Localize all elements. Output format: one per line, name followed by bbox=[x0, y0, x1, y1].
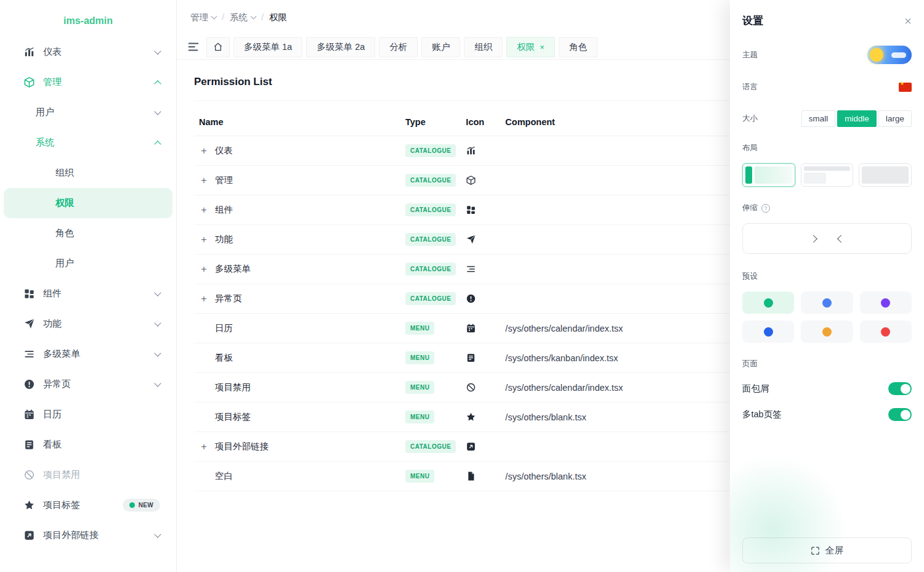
multitab-toggle[interactable] bbox=[888, 408, 912, 421]
breadcrumb-separator: / bbox=[261, 12, 264, 22]
chevron-down-icon bbox=[154, 108, 161, 115]
sidebar-item-project-tag[interactable]: 项目标签 NEW bbox=[4, 490, 172, 520]
sidebar-item-label: 日历 bbox=[43, 409, 62, 420]
preset-blue-button[interactable] bbox=[801, 292, 853, 314]
tab-organization[interactable]: 组织 bbox=[464, 37, 503, 57]
badge-dot-icon bbox=[129, 502, 135, 508]
tab-multilevel-menu-1a[interactable]: 多级菜单 1a bbox=[233, 37, 302, 57]
tab-label: 多级菜单 1a bbox=[244, 41, 292, 53]
star-icon bbox=[23, 499, 35, 511]
stretch-label-text: 伸缩 bbox=[742, 203, 758, 213]
sidebar-item-project-external-link[interactable]: 项目外部链接 bbox=[4, 520, 172, 550]
settings-drawer: 设置 × 主题 语言 大小 small middle large 布局 bbox=[730, 0, 924, 572]
expand-icon[interactable]: + bbox=[199, 235, 209, 245]
sidebar-item-error-page[interactable]: 异常页 bbox=[4, 369, 172, 399]
color-dot bbox=[881, 298, 890, 308]
chevron-down-icon bbox=[154, 289, 161, 296]
stretch-row: 伸缩 ? bbox=[742, 203, 912, 213]
size-small-button[interactable]: small bbox=[801, 110, 836, 127]
tabs-menu-icon[interactable] bbox=[187, 40, 200, 54]
badge-label: NEW bbox=[139, 502, 153, 509]
tab-analysis[interactable]: 分析 bbox=[379, 37, 418, 57]
column-header-type: Type bbox=[400, 104, 461, 136]
type-badge: MENU bbox=[405, 322, 434, 335]
layout-mini-option[interactable] bbox=[859, 163, 912, 187]
expand-icon[interactable]: + bbox=[199, 442, 209, 452]
box-icon bbox=[466, 175, 476, 186]
sidebar-item-permission[interactable]: 权限 bbox=[4, 188, 172, 218]
size-large-button[interactable]: large bbox=[878, 110, 912, 127]
send-icon bbox=[466, 234, 476, 245]
warning-icon bbox=[23, 378, 35, 390]
sidebar-item-label: 项目禁用 bbox=[43, 469, 80, 481]
sidebar-item-calendar[interactable]: 日历 bbox=[4, 399, 172, 430]
star-icon bbox=[466, 412, 476, 422]
breadcrumb-toggle[interactable] bbox=[888, 382, 912, 395]
type-badge: CATALOGUE bbox=[405, 144, 456, 157]
size-segmented-control: small middle large bbox=[801, 110, 912, 127]
sidebar-item-project-disabled[interactable]: 项目禁用 bbox=[4, 460, 172, 490]
sidebar-item-role[interactable]: 角色 bbox=[4, 218, 172, 248]
close-icon[interactable]: × bbox=[540, 43, 545, 51]
layout-body-shape bbox=[804, 173, 826, 184]
tab-label: 账户 bbox=[432, 41, 450, 53]
size-middle-button[interactable]: middle bbox=[837, 110, 877, 127]
theme-toggle[interactable] bbox=[867, 46, 912, 64]
breadcrumb-label: 权限 bbox=[269, 12, 287, 23]
chevron-down-icon bbox=[154, 349, 161, 356]
breadcrumb-setting-row: 面包屑 bbox=[742, 382, 912, 395]
chevron-down-icon bbox=[154, 319, 161, 326]
layout-horizontal-option[interactable] bbox=[801, 163, 854, 187]
type-badge: MENU bbox=[405, 351, 434, 364]
expand-icon[interactable]: + bbox=[199, 264, 209, 274]
sidebar-item-management[interactable]: 管理 bbox=[4, 67, 172, 97]
size-label: 大小 bbox=[742, 113, 758, 124]
row-name: 项目禁用 bbox=[215, 382, 251, 393]
sidebar-item-users-group[interactable]: 用户 bbox=[4, 97, 172, 128]
fullscreen-button-label: 全屏 bbox=[825, 545, 844, 557]
chevron-down-icon bbox=[211, 14, 217, 20]
tab-role[interactable]: 角色 bbox=[559, 37, 598, 57]
row-name: 组件 bbox=[215, 204, 233, 216]
china-flag-icon[interactable] bbox=[899, 83, 912, 92]
close-icon[interactable]: × bbox=[904, 15, 912, 27]
sidebar-item-components[interactable]: 组件 bbox=[4, 279, 172, 309]
app-root: ims-admin 仪表 管理 用户 系统 组织 bbox=[0, 0, 924, 572]
breadcrumb-item-system[interactable]: 系统 bbox=[230, 12, 256, 23]
sidebar-item-functions[interactable]: 功能 bbox=[4, 309, 172, 339]
tab-home[interactable] bbox=[206, 37, 230, 57]
fullscreen-button[interactable]: 全屏 bbox=[742, 537, 912, 563]
preset-green-button[interactable] bbox=[742, 292, 794, 314]
sidebar-item-dashboard[interactable]: 仪表 bbox=[4, 37, 172, 67]
preset-purple-button[interactable] bbox=[860, 292, 912, 314]
breadcrumb-label: 系统 bbox=[230, 12, 248, 23]
expand-icon[interactable]: + bbox=[199, 205, 209, 215]
sidebar-item-kanban[interactable]: 看板 bbox=[4, 430, 172, 460]
sidebar-item-organization[interactable]: 组织 bbox=[4, 158, 172, 188]
sidebar-item-label: 权限 bbox=[55, 197, 74, 209]
row-name: 功能 bbox=[215, 234, 233, 245]
preset-orange-button[interactable] bbox=[801, 321, 853, 343]
color-dot bbox=[764, 298, 773, 308]
help-icon[interactable]: ? bbox=[761, 204, 770, 213]
tab-permission[interactable]: 权限 × bbox=[506, 37, 555, 57]
sidebar-item-label: 系统 bbox=[36, 137, 54, 149]
row-name: 多级菜单 bbox=[215, 263, 251, 275]
tab-account[interactable]: 账户 bbox=[421, 37, 460, 57]
type-badge: MENU bbox=[405, 411, 434, 423]
expand-icon[interactable]: + bbox=[199, 146, 209, 156]
preset-red-button[interactable] bbox=[860, 321, 912, 343]
stretch-toggle[interactable] bbox=[742, 223, 912, 254]
tab-multilevel-menu-2a[interactable]: 多级菜单 2a bbox=[306, 37, 375, 57]
breadcrumb-item-management[interactable]: 管理 bbox=[190, 12, 216, 23]
layout-vertical-option[interactable] bbox=[742, 163, 795, 187]
preset-royal-blue-button[interactable] bbox=[742, 321, 794, 343]
sidebar-item-multilevel-menu[interactable]: 多级菜单 bbox=[4, 339, 172, 369]
multitab-setting-row: 多tab页签 bbox=[742, 408, 912, 421]
expand-icon[interactable]: + bbox=[199, 294, 209, 304]
expand-icon[interactable]: + bbox=[199, 176, 209, 186]
page-section-label: 页面 bbox=[742, 359, 758, 369]
sidebar-item-user[interactable]: 用户 bbox=[4, 248, 172, 279]
presets-row: 预设 bbox=[742, 271, 912, 282]
sidebar-item-system[interactable]: 系统 bbox=[4, 128, 172, 158]
